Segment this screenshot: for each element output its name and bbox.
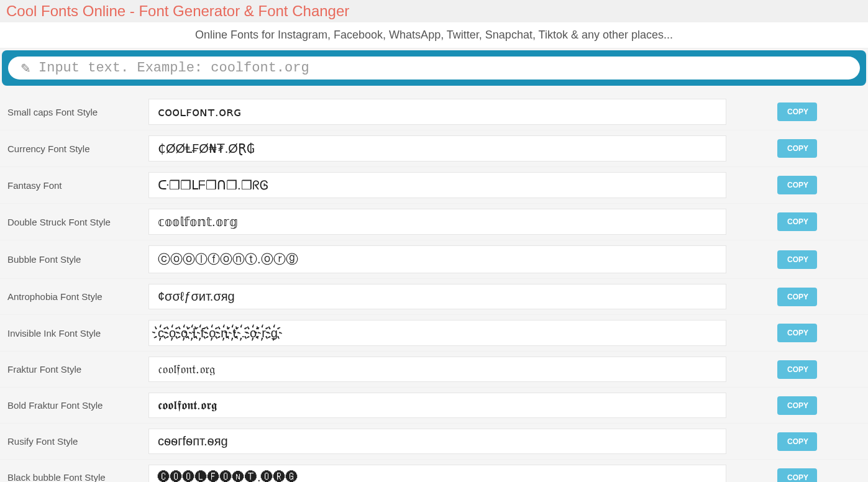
font-output[interactable]: 𝔠𝔬𝔬𝔩𝔣𝔬𝔫𝔱.𝔬𝔯𝔤	[148, 357, 726, 382]
font-row: Fantasy Font ᑢ❒❒ᒪᖴ❒ᑎ❒.❒ᖇᎶ COPY	[0, 167, 868, 204]
copy-button[interactable]: COPY	[777, 396, 817, 415]
font-label: Rusify Font Style	[7, 436, 141, 447]
font-output[interactable]: 🅒🅞🅞🅛🅕🅞🅝🅣.🅞🅡🅖	[148, 465, 726, 482]
font-output[interactable]: 𝖈𝖔𝖔𝖑𝖋𝖔𝖓𝖙.𝖔𝖗𝖌	[148, 393, 726, 418]
font-label: Black bubble Font Style	[7, 472, 141, 482]
font-row: Bubble Font Style ⓒⓞⓞⓛⓕⓞⓝⓣ.ⓞⓡⓖ COPY	[0, 240, 868, 279]
font-label: Antrophobia Font Style	[7, 291, 141, 302]
font-output[interactable]: cѳѳгfѳпт.ѳяg	[148, 429, 726, 454]
copy-button[interactable]: COPY	[777, 250, 817, 269]
pencil-icon: ✎	[21, 61, 31, 76]
font-row: Invisible Ink Font Style c҉o҉o҉l҉f҉o҉n҉t…	[0, 315, 868, 352]
font-output[interactable]: ⓒⓞⓞⓛⓕⓞⓝⓣ.ⓞⓡⓖ	[148, 245, 726, 273]
font-output[interactable]: ₵ØØⱠ₣Ø₦₮.ØⱤ₲	[148, 135, 726, 161]
subtitle: Online Fonts for Instagram, Facebook, Wh…	[0, 22, 868, 48]
copy-button[interactable]: COPY	[777, 324, 817, 342]
font-row: Small caps Font Style ᴄᴏᴏʟꜰᴏɴᴛ.ᴏʀɢ COPY	[0, 94, 868, 130]
font-row: Fraktur Font Style 𝔠𝔬𝔬𝔩𝔣𝔬𝔫𝔱.𝔬𝔯𝔤 COPY	[0, 352, 868, 388]
font-label: Bold Fraktur Font Style	[7, 400, 141, 411]
font-label: Double Struck Font Style	[7, 217, 141, 227]
font-row: Bold Fraktur Font Style 𝖈𝖔𝖔𝖑𝖋𝖔𝖓𝖙.𝖔𝖗𝖌 COP…	[0, 388, 868, 424]
input-inner: ✎	[8, 57, 860, 80]
copy-button[interactable]: COPY	[777, 288, 817, 306]
font-row: Currency Font Style ₵ØØⱠ₣Ø₦₮.ØⱤ₲ COPY	[0, 130, 868, 167]
font-label: Bubble Font Style	[7, 254, 141, 265]
copy-button[interactable]: COPY	[777, 360, 817, 379]
font-label: Invisible Ink Font Style	[7, 328, 141, 339]
font-label: Fraktur Font Style	[7, 364, 141, 375]
font-output[interactable]: 𝕔𝕠𝕠𝕝𝕗𝕠𝕟𝕥.𝕠𝕣𝕘	[148, 209, 726, 235]
header: Cool Fonts Online - Font Generator & Fon…	[0, 0, 868, 22]
text-input[interactable]	[39, 60, 847, 76]
font-output[interactable]: c҉o҉o҉l҉f҉o҉n҉t҉.҉o҉r҉g҉	[148, 320, 726, 346]
copy-button[interactable]: COPY	[777, 139, 817, 158]
page-title: Cool Fonts Online - Font Generator & Fon…	[6, 2, 862, 20]
copy-button[interactable]: COPY	[777, 102, 817, 121]
copy-button[interactable]: COPY	[777, 176, 817, 194]
font-row: Black bubble Font Style 🅒🅞🅞🅛🅕🅞🅝🅣.🅞🅡🅖 COP…	[0, 460, 868, 482]
font-output[interactable]: ᴄᴏᴏʟꜰᴏɴᴛ.ᴏʀɢ	[148, 99, 726, 125]
copy-button[interactable]: COPY	[777, 432, 817, 451]
font-rows: Small caps Font Style ᴄᴏᴏʟꜰᴏɴᴛ.ᴏʀɢ COPY …	[0, 88, 868, 482]
copy-button[interactable]: COPY	[777, 468, 817, 483]
font-label: Fantasy Font	[7, 180, 141, 191]
font-label: Currency Font Style	[7, 143, 141, 154]
copy-button[interactable]: COPY	[777, 212, 817, 231]
font-output[interactable]: ¢σσℓƒσит.σяg	[148, 284, 726, 309]
font-row: Double Struck Font Style 𝕔𝕠𝕠𝕝𝕗𝕠𝕟𝕥.𝕠𝕣𝕘 CO…	[0, 204, 868, 240]
font-row: Antrophobia Font Style ¢σσℓƒσит.σяg COPY	[0, 279, 868, 315]
input-container: ✎	[2, 50, 866, 86]
font-row: Rusify Font Style cѳѳгfѳпт.ѳяg COPY	[0, 424, 868, 460]
font-output[interactable]: ᑢ❒❒ᒪᖴ❒ᑎ❒.❒ᖇᎶ	[148, 172, 726, 198]
font-label: Small caps Font Style	[7, 107, 141, 117]
